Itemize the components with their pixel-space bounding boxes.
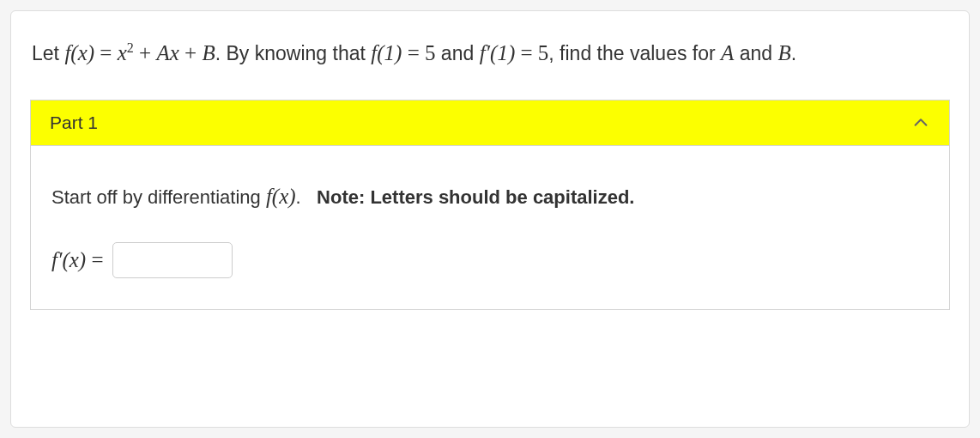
- chevron-up-icon: [911, 113, 930, 132]
- var-B: B: [778, 41, 791, 64]
- B-term: B: [202, 41, 215, 64]
- x-term: x: [118, 41, 127, 64]
- cond2-eq: =: [515, 41, 538, 64]
- cond2-rhs: 5: [538, 41, 549, 64]
- answer-label: f′(x) =: [51, 248, 104, 272]
- instruction-note: Note: Letters should be capitalized.: [317, 186, 634, 208]
- func-lhs: f(x): [64, 41, 94, 64]
- instruction-period: .: [296, 186, 301, 208]
- Ax-term: Ax: [156, 41, 178, 64]
- cond2-lhs: f′(1): [480, 41, 516, 64]
- exponent: 2: [127, 40, 134, 55]
- eq1: =: [94, 41, 118, 64]
- and: and: [734, 42, 777, 64]
- suffix: , find the values for: [548, 42, 721, 64]
- part-label: Part 1: [50, 113, 98, 133]
- text-prefix: Let: [32, 42, 64, 64]
- plus2: +: [179, 41, 203, 64]
- middle1: . By knowing that: [215, 42, 372, 64]
- period: .: [791, 42, 796, 64]
- answer-input[interactable]: [112, 242, 233, 278]
- instruction-func: f(x): [266, 185, 296, 208]
- part-header[interactable]: Part 1: [31, 100, 949, 146]
- instruction-prefix: Start off by differentiating: [51, 186, 266, 208]
- answer-row: f′(x) =: [51, 242, 929, 278]
- question-card: Let f(x) = x2 + Ax + B. By knowing that …: [10, 10, 970, 428]
- part-container: Part 1 Start off by differentiating f(x)…: [30, 100, 950, 310]
- middle2: and: [435, 42, 479, 64]
- cond1-rhs: 5: [425, 41, 436, 64]
- var-A: A: [721, 41, 734, 64]
- plus1: +: [134, 41, 157, 64]
- part-body: Start off by differentiating f(x). Note:…: [31, 146, 949, 309]
- part-instruction: Start off by differentiating f(x). Note:…: [51, 180, 929, 213]
- question-text: Let f(x) = x2 + Ax + B. By knowing that …: [32, 35, 948, 70]
- cond1-eq: =: [402, 41, 425, 64]
- cond1-lhs: f(1): [371, 41, 402, 64]
